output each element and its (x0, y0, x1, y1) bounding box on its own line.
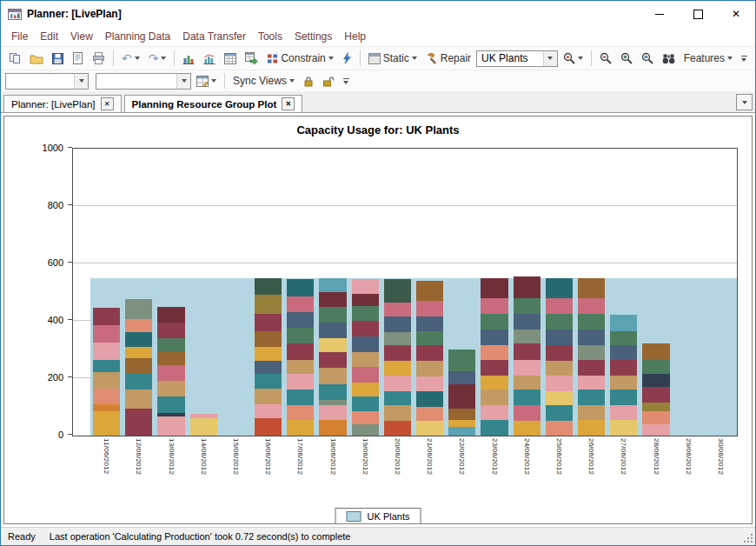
print-button[interactable] (89, 50, 109, 67)
status-bar: Ready Last operation 'Calculating Produc… (1, 527, 755, 545)
edit-grid-button[interactable] (193, 73, 220, 90)
stacked-bar[interactable] (190, 414, 217, 436)
menu-data-transfer[interactable]: Data Transfer (177, 29, 251, 44)
undo-button[interactable]: ↶ (118, 50, 143, 67)
zoom-out-button[interactable] (596, 50, 615, 67)
stacked-bar[interactable] (384, 279, 411, 436)
bar-segment (352, 306, 379, 320)
bar-segment (287, 374, 314, 390)
stacked-bar[interactable] (93, 308, 120, 436)
menu-view[interactable]: View (65, 29, 98, 44)
stacked-bar[interactable] (255, 278, 282, 436)
stacked-bar[interactable] (416, 281, 443, 436)
bar-segment (287, 279, 314, 296)
find-button[interactable] (659, 50, 679, 67)
bar-column (511, 149, 543, 436)
stacked-bar[interactable] (481, 278, 507, 436)
bar-segment (642, 411, 669, 424)
save-button[interactable] (49, 50, 67, 67)
redo-button[interactable]: ↷ (145, 50, 170, 67)
x-tick-label: 29/06/2012 (673, 438, 705, 503)
bar-segment (352, 294, 379, 307)
plant-combo-dropdown[interactable] (543, 51, 557, 66)
zoom-region-button[interactable] (638, 50, 657, 67)
zoom-mode-button[interactable] (560, 50, 587, 67)
plot-view-button[interactable] (200, 50, 219, 67)
page-setup-button[interactable] (69, 50, 87, 67)
window-controls: ✕ (640, 1, 755, 27)
menu-file[interactable]: File (6, 29, 33, 44)
stacked-bar[interactable] (157, 307, 184, 436)
open-button[interactable] (26, 50, 47, 67)
zoom-out-icon (600, 52, 612, 64)
bar-segment (416, 301, 443, 316)
bar-segment (514, 405, 540, 421)
plot-area[interactable] (72, 148, 738, 436)
menubar: File Edit View Planning Data Data Transf… (1, 27, 755, 46)
tab-label: Planner: [LivePlan] (11, 99, 96, 110)
tab-planning-resource-group-plot[interactable]: Planning Resource Group Plot ✕ (124, 95, 303, 112)
menu-edit[interactable]: Edit (35, 29, 63, 44)
tab-planner-liveplan[interactable]: Planner: [LivePlan] ✕ (3, 95, 122, 112)
toolbar-overflow-button[interactable] (340, 76, 353, 87)
static-button[interactable]: Static (365, 50, 421, 67)
menu-help[interactable]: Help (339, 29, 371, 44)
bar-chart-view-button[interactable] (179, 50, 198, 67)
tab-list-dropdown[interactable] (736, 94, 753, 110)
stacked-bar[interactable] (319, 278, 346, 436)
bar-column (543, 149, 575, 436)
toolbar-overflow-button[interactable] (738, 53, 751, 64)
filter-combo-2-dropdown[interactable] (176, 74, 190, 89)
minimize-button[interactable] (640, 1, 679, 27)
stacked-bar[interactable] (287, 279, 314, 436)
stacked-bar[interactable] (546, 278, 573, 436)
constrain-button[interactable]: Constrain (263, 50, 336, 67)
bar-segment (546, 314, 573, 330)
filter-combo-1-dropdown[interactable] (74, 74, 88, 89)
bar-column (90, 149, 123, 436)
paste-button[interactable] (5, 50, 24, 67)
menu-tools[interactable]: Tools (253, 29, 288, 44)
repair-button[interactable]: Repair (422, 50, 474, 67)
table-view-button[interactable] (221, 50, 240, 67)
bar-segment (352, 396, 379, 410)
stacked-bar[interactable] (578, 278, 605, 436)
stacked-bar[interactable] (448, 350, 475, 436)
tab-close-button[interactable]: ✕ (101, 97, 114, 110)
resize-grip[interactable] (744, 534, 753, 543)
x-tick-label: 17/06/2012 (284, 438, 316, 503)
zoom-in-button[interactable] (617, 50, 636, 67)
bar-segment (514, 330, 540, 343)
menu-settings[interactable]: Settings (289, 29, 337, 44)
unlock-button[interactable] (319, 73, 338, 90)
legend: UK Plants (335, 508, 421, 524)
sync-views-button[interactable]: Sync Views (229, 72, 298, 90)
bar-segment (546, 361, 573, 376)
run-bolt-button[interactable] (339, 50, 355, 67)
tab-close-button[interactable]: ✕ (282, 97, 295, 110)
bar-segment (287, 360, 314, 374)
close-button[interactable]: ✕ (717, 1, 755, 27)
bar-segment (481, 405, 507, 420)
plant-combo[interactable]: UK Plants (476, 50, 558, 67)
bar-segment (610, 420, 637, 436)
features-button[interactable]: Features (680, 50, 736, 67)
bar-segment (448, 384, 475, 409)
stacked-bar[interactable] (125, 299, 152, 436)
undo-icon: ↶ (122, 52, 132, 64)
stacked-bar[interactable] (352, 279, 379, 436)
x-tick-label: 16/06/2012 (252, 438, 284, 503)
menu-planning-data[interactable]: Planning Data (100, 29, 176, 44)
stacked-bar[interactable] (610, 315, 637, 436)
filter-combo-1[interactable] (5, 73, 89, 90)
stacked-bar[interactable] (514, 276, 540, 436)
maximize-button[interactable] (679, 1, 717, 27)
filter-combo-2[interactable] (96, 73, 191, 90)
bar-column (446, 149, 478, 436)
lock-button[interactable] (300, 73, 317, 90)
export-table-button[interactable] (242, 50, 262, 67)
bar-segment (255, 331, 282, 347)
stacked-bar[interactable] (642, 343, 669, 436)
bar-segment (610, 345, 637, 359)
bar-segment (93, 360, 120, 373)
